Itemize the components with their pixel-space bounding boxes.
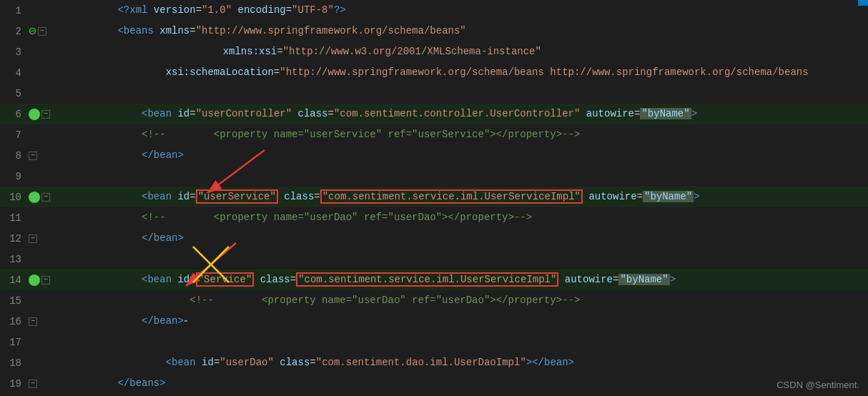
gutter-10: − <box>29 192 79 203</box>
line-8: 8 − </bean> <box>0 145 868 166</box>
line-number: 10 <box>0 192 29 203</box>
line-number: 1 <box>0 5 29 16</box>
gutter-2: ⊖ − <box>29 25 79 38</box>
line-number: 2 <box>0 26 29 37</box>
line-number: 18 <box>0 357 29 369</box>
fold-icon-14[interactable]: − <box>41 276 50 284</box>
line-number: 8 <box>0 150 29 162</box>
fold-icon-6[interactable]: − <box>41 110 50 119</box>
fold-icon-8[interactable]: − <box>29 152 37 160</box>
line-4: 4 xsi:schemaLocation="http://www.springf… <box>0 62 868 83</box>
gutter-8: − <box>29 152 79 160</box>
line-number: 5 <box>0 88 29 99</box>
fold-icon-19[interactable]: − <box>29 380 37 388</box>
line-number: 4 <box>0 67 29 79</box>
line-number: 16 <box>0 316 29 327</box>
line-number: 17 <box>0 337 29 348</box>
fold-icon-10[interactable]: − <box>41 193 50 202</box>
line-number: 14 <box>0 274 29 286</box>
line-number: 9 <box>0 171 29 182</box>
line-number: 3 <box>0 46 29 58</box>
fold-icon-16[interactable]: − <box>29 317 37 326</box>
watermark: CSDN @Sentiment. <box>776 380 859 390</box>
line-number: 15 <box>0 295 29 307</box>
green-dot-10 <box>29 192 40 203</box>
line-16: 16 − </bean> <box>0 311 868 332</box>
fold-icon-12[interactable]: − <box>29 234 37 243</box>
gutter-12: − <box>29 234 79 243</box>
gutter-16: − <box>29 317 79 326</box>
fold-icon[interactable]: − <box>38 27 46 36</box>
code-editor: 1 <?xml version="1.0" encoding="UTF-8"?>… <box>0 0 868 396</box>
line-number: 11 <box>0 212 29 224</box>
green-dot <box>29 109 40 120</box>
line-12: 12 − </bean> <box>0 228 868 249</box>
gutter-19: − <box>29 380 79 388</box>
gutter-6: − <box>29 109 79 120</box>
line-number: 19 <box>0 378 29 390</box>
line-number: 6 <box>0 109 29 120</box>
gutter-14: − <box>29 274 79 286</box>
line-19: 19 − </beans> <box>0 373 868 394</box>
line-number: 12 <box>0 233 29 244</box>
line-number: 7 <box>0 129 29 141</box>
line-number: 13 <box>0 254 29 265</box>
line-content-19: </beans> <box>79 352 868 396</box>
green-dot-14 <box>29 274 40 286</box>
